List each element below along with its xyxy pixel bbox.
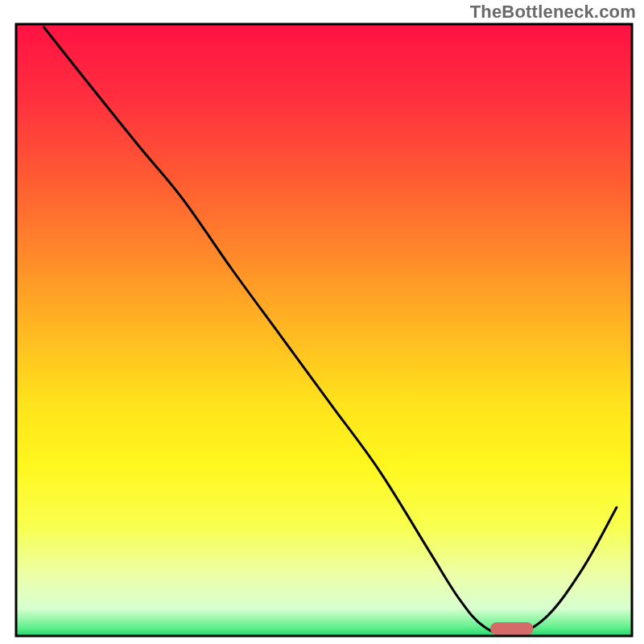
chart-container: TheBottleneck.com xyxy=(0,0,644,644)
watermark-text: TheBottleneck.com xyxy=(470,2,636,23)
gradient-background xyxy=(16,24,632,636)
optimal-marker xyxy=(490,622,534,635)
bottleneck-chart xyxy=(0,0,644,644)
